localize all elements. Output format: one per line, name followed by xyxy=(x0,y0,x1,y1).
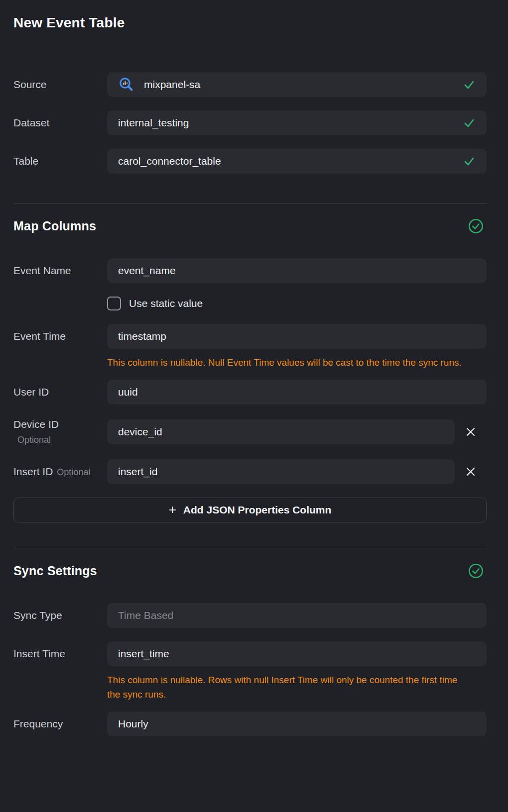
insert-id-optional-tag: Optional xyxy=(57,467,90,477)
device-id-row: Device ID Optional device_id xyxy=(13,418,487,446)
device-id-label: Device ID Optional xyxy=(13,418,107,446)
insert-id-value: insert_id xyxy=(118,466,444,478)
table-label: Table xyxy=(13,155,107,168)
add-json-properties-button[interactable]: + Add JSON Properties Column xyxy=(13,498,487,522)
valid-check-icon xyxy=(463,78,476,91)
insert-id-select[interactable]: insert_id xyxy=(107,459,455,484)
use-static-value-label: Use static value xyxy=(129,298,203,309)
table-row: Table carol_connector_table xyxy=(13,149,487,174)
valid-check-icon xyxy=(463,116,476,129)
device-id-clear-button[interactable] xyxy=(455,419,487,444)
valid-check-icon xyxy=(463,155,476,168)
map-columns-header: Map Columns xyxy=(13,218,487,234)
device-id-select[interactable]: device_id xyxy=(107,419,455,444)
use-static-value-checkbox[interactable] xyxy=(107,297,121,310)
event-name-value: event_name xyxy=(118,265,476,277)
frequency-select[interactable]: Hourly xyxy=(107,711,487,736)
user-id-select[interactable]: uuid xyxy=(107,380,487,405)
section-divider xyxy=(13,203,487,203)
dataset-row: Dataset internal_testing xyxy=(13,110,487,135)
frequency-value: Hourly xyxy=(118,718,476,730)
event-time-nullable-warning: This column is nullable. Null Event Time… xyxy=(107,355,471,370)
circle-check-icon xyxy=(468,563,484,579)
close-icon xyxy=(466,427,476,437)
bigquery-icon xyxy=(118,76,135,93)
event-name-label: Event Name xyxy=(13,264,107,277)
sync-settings-section: Sync Settings Sync Type Time Based Inser… xyxy=(13,563,487,736)
event-name-select[interactable]: event_name xyxy=(107,258,487,283)
frequency-row: Frequency Hourly xyxy=(13,711,487,736)
sync-settings-title: Sync Settings xyxy=(13,564,97,578)
event-time-row: Event Time timestamp xyxy=(13,324,487,349)
source-row: Source mixpanel-sa xyxy=(13,72,487,97)
circle-check-icon xyxy=(468,218,484,234)
sync-type-select[interactable]: Time Based xyxy=(107,603,487,628)
insert-time-label: Insert Time xyxy=(13,647,107,660)
close-icon xyxy=(466,467,476,477)
user-id-row: User ID uuid xyxy=(13,380,487,405)
insert-time-row: Insert Time insert_time xyxy=(13,641,487,666)
sync-type-value: Time Based xyxy=(118,609,476,621)
event-name-row: Event Name event_name xyxy=(13,258,487,283)
plus-icon: + xyxy=(169,503,176,516)
sync-settings-header: Sync Settings xyxy=(13,563,487,579)
source-select[interactable]: mixpanel-sa xyxy=(107,72,487,97)
insert-id-label: Insert IDOptional xyxy=(13,465,107,478)
dataset-label: Dataset xyxy=(13,116,107,129)
add-json-properties-label: Add JSON Properties Column xyxy=(183,504,332,516)
event-time-value: timestamp xyxy=(118,330,476,342)
user-id-value: uuid xyxy=(118,386,476,398)
section-divider xyxy=(13,548,487,548)
new-event-table-form: New Event Table Source mixpanel-sa Datas xyxy=(0,0,508,736)
event-time-select[interactable]: timestamp xyxy=(107,324,487,349)
map-columns-section: Map Columns Event Name event_name Use st… xyxy=(13,218,487,522)
sync-type-row: Sync Type Time Based xyxy=(13,603,487,628)
insert-id-row: Insert IDOptional insert_id xyxy=(13,459,487,484)
device-id-optional-tag: Optional xyxy=(13,434,107,446)
insert-id-clear-button[interactable] xyxy=(455,459,487,484)
map-columns-title: Map Columns xyxy=(13,219,96,233)
table-select[interactable]: carol_connector_table xyxy=(107,149,487,174)
device-id-value: device_id xyxy=(118,426,444,438)
sync-type-label: Sync Type xyxy=(13,609,107,622)
dataset-select[interactable]: internal_testing xyxy=(107,110,487,135)
insert-time-select[interactable]: insert_time xyxy=(107,641,487,666)
frequency-label: Frequency xyxy=(13,717,107,730)
insert-time-nullable-warning: This column is nullable. Rows with null … xyxy=(107,673,471,702)
source-value: mixpanel-sa xyxy=(144,79,463,91)
static-value-row: Use static value xyxy=(107,297,487,310)
page-title: New Event Table xyxy=(13,15,487,31)
event-time-label: Event Time xyxy=(13,330,107,343)
dataset-value: internal_testing xyxy=(118,117,463,129)
table-value: carol_connector_table xyxy=(118,155,463,167)
source-label: Source xyxy=(13,78,107,91)
insert-time-value: insert_time xyxy=(118,648,476,660)
source-section: Source mixpanel-sa Dataset internal_test… xyxy=(13,72,487,174)
user-id-label: User ID xyxy=(13,386,107,399)
